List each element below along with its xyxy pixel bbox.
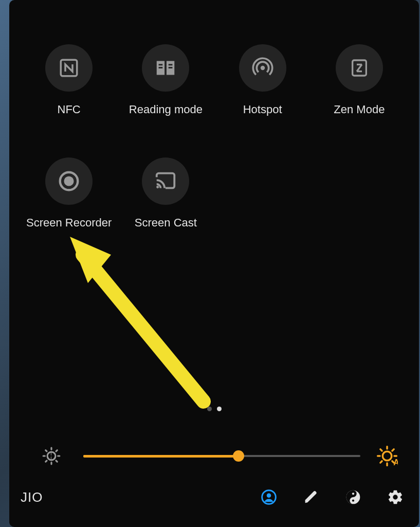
hotspot-icon <box>239 44 286 92</box>
svg-line-34 <box>83 255 204 401</box>
tile-label: Screen Cast <box>135 216 197 230</box>
svg-text:A: A <box>393 458 398 467</box>
nfc-icon <box>45 44 93 92</box>
user-icon[interactable] <box>260 488 278 506</box>
tile-hotspot[interactable]: Hotspot <box>214 44 311 116</box>
tile-label: Reading mode <box>129 103 203 116</box>
brightness-low-icon <box>40 445 63 467</box>
reading-icon <box>142 44 189 92</box>
slider-thumb[interactable] <box>233 450 244 462</box>
carrier-label: JIO <box>21 489 43 505</box>
slider-fill <box>83 455 239 458</box>
settings-icon[interactable] <box>386 488 405 506</box>
page-indicator <box>9 407 419 411</box>
svg-line-16 <box>56 461 57 462</box>
tiles-grid: NFC Reading mode <box>21 44 408 230</box>
svg-line-27 <box>392 449 394 451</box>
tile-zen-mode[interactable]: Zen Mode <box>311 44 408 116</box>
svg-rect-2 <box>159 67 163 68</box>
svg-point-19 <box>382 451 392 461</box>
svg-point-9 <box>157 186 159 188</box>
yin-yang-icon[interactable] <box>344 488 362 506</box>
svg-point-32 <box>352 493 354 495</box>
auto-brightness-icon[interactable]: A <box>376 445 398 467</box>
quick-settings-panel: NFC Reading mode <box>9 0 419 527</box>
svg-point-33 <box>352 500 354 502</box>
tile-reading-mode[interactable]: Reading mode <box>117 44 214 116</box>
brightness-slider[interactable] <box>83 454 360 458</box>
page-dot-active[interactable] <box>217 407 222 411</box>
svg-line-26 <box>380 461 382 463</box>
cast-icon <box>142 157 189 205</box>
svg-rect-1 <box>159 64 163 65</box>
bottom-bar: JIO <box>21 483 408 512</box>
svg-point-5 <box>260 66 264 70</box>
svg-point-8 <box>64 176 74 186</box>
svg-line-18 <box>56 450 57 451</box>
zen-icon <box>336 44 383 92</box>
annotation-arrow <box>60 232 214 412</box>
bottom-icons <box>260 488 405 506</box>
tile-label: NFC <box>58 103 81 116</box>
tile-label: Screen Recorder <box>26 216 112 230</box>
page-dot[interactable] <box>207 407 212 411</box>
tile-screen-recorder[interactable]: Screen Recorder <box>21 157 117 230</box>
svg-line-15 <box>46 450 47 451</box>
svg-marker-35 <box>70 237 111 283</box>
edit-icon[interactable] <box>302 488 320 506</box>
svg-point-30 <box>267 493 271 498</box>
svg-line-24 <box>380 449 382 451</box>
svg-rect-4 <box>169 67 173 68</box>
tile-label: Hotspot <box>243 103 282 116</box>
brightness-row: A <box>40 441 398 471</box>
tile-label: Zen Mode <box>334 103 385 116</box>
tile-nfc[interactable]: NFC <box>21 44 117 116</box>
svg-line-17 <box>46 461 47 462</box>
svg-rect-3 <box>169 64 173 65</box>
tile-screen-cast[interactable]: Screen Cast <box>117 157 214 230</box>
recorder-icon <box>45 157 93 205</box>
